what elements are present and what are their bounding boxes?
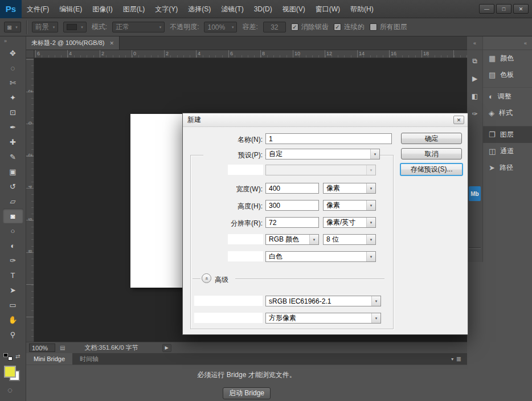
- tool-blur[interactable]: ○: [3, 223, 23, 238]
- panel-strip-collapse-button[interactable]: «: [483, 36, 532, 50]
- tool-marquee[interactable]: ◌: [3, 60, 23, 75]
- minimize-icon[interactable]: —: [479, 4, 494, 14]
- horizontal-ruler[interactable]: 6 4 2 0 2 4 6 8 10 12 14 16 18: [34, 50, 467, 58]
- quick-mask-icon[interactable]: ◌: [7, 385, 13, 395]
- panel-button-adjustments[interactable]: ◐ 调整: [483, 88, 532, 105]
- tool-quick-selection[interactable]: ✦: [3, 90, 23, 105]
- brush-icon: ✎: [10, 153, 16, 161]
- tool-healing-brush[interactable]: ✚: [3, 134, 23, 149]
- tool-pen[interactable]: ✑: [3, 253, 23, 268]
- tool-brush[interactable]: ✎: [3, 149, 23, 164]
- bit-depth-select[interactable]: 8 位 ▼: [323, 234, 376, 245]
- tool-history-brush[interactable]: ↺: [3, 179, 23, 194]
- maximize-icon[interactable]: □: [496, 4, 511, 14]
- chevron-down-icon: ▼: [366, 200, 375, 210]
- check-icon: ✓: [334, 23, 341, 31]
- tool-type[interactable]: T: [3, 268, 23, 283]
- tool-move[interactable]: ✥: [3, 46, 23, 60]
- mini-bridge-panel-icon[interactable]: Mb: [469, 186, 481, 201]
- menu-image[interactable]: 图像(I): [87, 0, 117, 18]
- ruler-number: 0: [133, 51, 136, 56]
- histogram-panel-icon[interactable]: ◧: [468, 89, 482, 103]
- tool-zoom[interactable]: ⚲: [3, 327, 23, 342]
- tools-collapse-button[interactable]: »: [0, 36, 26, 46]
- advanced-toggle-button[interactable]: «: [202, 273, 211, 283]
- dialog-close-button[interactable]: ✕: [453, 116, 464, 124]
- tool-crop[interactable]: ⊡: [3, 105, 23, 120]
- ruler-number: 18: [423, 51, 429, 56]
- vertical-ruler[interactable]: 2 0 2 4 6 8: [26, 58, 34, 342]
- name-input[interactable]: 1: [265, 133, 392, 144]
- resolution-unit-select[interactable]: 像素/英寸 ▼: [323, 217, 376, 228]
- height-unit-select[interactable]: 像素 ▼: [323, 200, 376, 211]
- width-unit-select[interactable]: 像素 ▼: [323, 183, 376, 194]
- contiguous-checkbox[interactable]: ✓ 连续的: [334, 22, 365, 32]
- zoom-level-field[interactable]: 100%: [29, 343, 55, 352]
- resolution-input[interactable]: 72: [265, 217, 319, 228]
- menu-window[interactable]: 窗口(W): [310, 0, 345, 18]
- menu-filter[interactable]: 滤镜(T): [216, 0, 248, 18]
- launch-bridge-button[interactable]: 启动 Bridge: [223, 387, 271, 399]
- tool-clone-stamp[interactable]: ▣: [3, 164, 23, 179]
- menu-3d[interactable]: 3D(D): [249, 0, 277, 18]
- dialog-titlebar[interactable]: 新建: [183, 113, 468, 127]
- background-contents-select[interactable]: 白色 ▼: [265, 251, 376, 262]
- ruler-corner[interactable]: [26, 50, 34, 58]
- properties-panel-icon[interactable]: ⧉: [468, 54, 482, 68]
- panel-button-swatches[interactable]: ▤ 色板: [483, 67, 532, 83]
- menu-lines-icon: ≣: [456, 355, 461, 363]
- menu-select[interactable]: 选择(S): [183, 0, 216, 18]
- cancel-button[interactable]: 取消: [401, 148, 462, 159]
- panel-button-channels[interactable]: ◫ 通道: [483, 143, 532, 159]
- pattern-swatch-select[interactable]: ▾: [63, 22, 87, 32]
- save-preset-button[interactable]: 存储预设(S)...: [400, 163, 463, 176]
- actions-panel-icon[interactable]: ▶: [468, 72, 482, 85]
- tab-timeline[interactable]: 时间轴: [72, 353, 106, 365]
- resolution-unit-value: 像素/英寸: [324, 218, 366, 227]
- opacity-select[interactable]: 100% ▾: [204, 22, 237, 32]
- ruler-number: 2: [166, 51, 169, 56]
- panel-button-paths[interactable]: ➤ 路径: [483, 159, 532, 176]
- all-layers-checkbox[interactable]: 所有图层: [370, 22, 407, 32]
- notes-panel-icon[interactable]: ✑: [468, 107, 482, 121]
- close-icon[interactable]: ✕: [513, 4, 529, 14]
- panel-button-color[interactable]: ▦ 颜色: [483, 50, 532, 67]
- menu-layer[interactable]: 图层(L): [118, 0, 150, 18]
- panel-button-styles[interactable]: ◈ 样式: [483, 105, 532, 121]
- tab-mini-bridge[interactable]: Mini Bridge: [26, 353, 72, 365]
- pixel-aspect-select[interactable]: 方形像素 ▼: [265, 313, 381, 324]
- status-flyout-button[interactable]: ▶: [162, 344, 171, 352]
- tolerance-input[interactable]: 32: [263, 22, 286, 32]
- document-tab[interactable]: 未标题-2 @ 100%(RGB/8) ✕: [26, 36, 120, 50]
- swap-colors-icon[interactable]: ⇄: [15, 353, 20, 359]
- height-input[interactable]: 300: [265, 200, 319, 211]
- panel-button-layers[interactable]: ❐ 图层: [483, 126, 532, 143]
- mode-select[interactable]: 正常 ▾: [112, 22, 165, 32]
- foreground-color-swatch[interactable]: [4, 366, 16, 378]
- menu-view[interactable]: 视图(V): [277, 0, 310, 18]
- width-input[interactable]: 400: [265, 183, 319, 194]
- tool-paint-bucket[interactable]: ◙: [3, 208, 23, 223]
- menu-help[interactable]: 帮助(H): [345, 0, 379, 18]
- icon-strip-collapse-button[interactable]: «: [467, 36, 482, 50]
- panel-menu-icon[interactable]: ▼ ≣: [451, 353, 461, 365]
- tool-rectangle[interactable]: ▭: [3, 297, 23, 312]
- ok-button[interactable]: 确定: [401, 133, 462, 144]
- default-colors-icon[interactable]: [3, 353, 13, 361]
- tool-dodge[interactable]: ◐: [3, 238, 23, 253]
- tool-preset-picker[interactable]: ◙ ▾: [4, 22, 21, 32]
- color-mode-select[interactable]: RGB 颜色 ▼: [265, 234, 319, 245]
- tab-close-icon[interactable]: ✕: [110, 40, 114, 46]
- menu-edit[interactable]: 编辑(E): [54, 0, 87, 18]
- antialias-checkbox[interactable]: ✓ 消除锯齿: [291, 22, 329, 32]
- fill-source-select[interactable]: 前景 ▾: [32, 22, 59, 32]
- menu-type[interactable]: 文字(Y): [150, 0, 183, 18]
- tool-eraser[interactable]: ▱: [3, 194, 23, 208]
- color-profile-select[interactable]: sRGB IEC61966-2.1 ▼: [265, 296, 381, 306]
- tool-eyedropper[interactable]: ✒: [3, 120, 23, 134]
- tool-path-selection[interactable]: ➤: [3, 283, 23, 297]
- tool-lasso[interactable]: ✄: [3, 75, 23, 90]
- preset-select[interactable]: 自定 ▼: [265, 149, 380, 159]
- menu-file[interactable]: 文件(F): [22, 0, 54, 18]
- tool-hand[interactable]: ✋: [3, 312, 23, 327]
